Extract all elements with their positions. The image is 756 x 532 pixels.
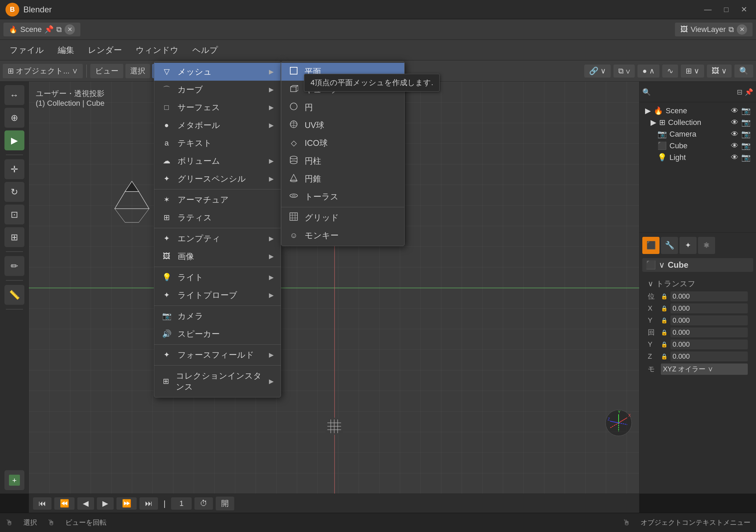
- pos-z-lock[interactable]: 🔒: [661, 317, 668, 324]
- menu-metaball[interactable]: ● メタボール ▶: [154, 116, 281, 134]
- outliner-scene[interactable]: ▶ 🔥 Scene 👁 📷: [642, 105, 753, 117]
- outliner-camera[interactable]: 📷 Camera 👁 📷: [642, 128, 753, 140]
- menu-file[interactable]: ファイル: [3, 43, 50, 58]
- scene-eye-icon[interactable]: 👁: [731, 106, 738, 115]
- open-btn[interactable]: 開: [216, 497, 234, 510]
- menu-text[interactable]: a テキスト: [154, 134, 281, 152]
- overlay-btn[interactable]: [324, 416, 345, 439]
- menu-image[interactable]: 🖼 画像 ▶: [154, 247, 281, 265]
- pos-z-val[interactable]: 0.000: [670, 315, 748, 325]
- menu-render[interactable]: レンダー: [82, 43, 128, 58]
- submenu-uvsphere[interactable]: UV球: [281, 116, 404, 134]
- outliner-collection[interactable]: ▶ ⊞ Collection 👁 📷: [642, 117, 753, 128]
- prop-modifier-btn[interactable]: 🔧: [661, 237, 678, 254]
- step-forward-btn[interactable]: ⏩: [116, 497, 137, 510]
- viewlayer-selector[interactable]: 🖼 ViewLayer ⧉ ✕: [675, 23, 753, 36]
- prop-object-btn[interactable]: ⬛: [642, 237, 659, 254]
- cube-cam-icon[interactable]: 📷: [741, 141, 751, 150]
- toolbar-select[interactable]: 選択: [125, 64, 150, 78]
- menu-armature[interactable]: ✶ アーマチュア: [154, 191, 281, 209]
- menu-lattice[interactable]: ⊞ ラティス: [154, 209, 281, 227]
- outliner-pin[interactable]: 📌: [745, 88, 753, 96]
- submenu-cylinder[interactable]: 円柱: [281, 152, 404, 170]
- prop-physics-btn[interactable]: ⚛: [698, 237, 715, 254]
- axis-gizmo[interactable]: X Y Z: [605, 409, 632, 439]
- toolbar-shading[interactable]: ● ∧: [637, 65, 659, 78]
- scene-cam-icon[interactable]: 📷: [741, 106, 751, 115]
- lt-transform-btn[interactable]: ⊞: [4, 227, 24, 247]
- toolbar-image[interactable]: 🖼 ∨: [707, 65, 732, 78]
- restore-button[interactable]: □: [721, 4, 732, 15]
- menu-mesh[interactable]: ▽ メッシュ ▶: [154, 63, 281, 81]
- mode-selector[interactable]: ⊞ オブジェクト... ∨: [3, 64, 83, 78]
- menu-light-probe[interactable]: ✦ ライトプローブ ▶: [154, 286, 281, 304]
- collection-cam-icon[interactable]: 📷: [741, 118, 751, 127]
- prop-particles-btn[interactable]: ✦: [679, 237, 697, 254]
- lt-add-btn[interactable]: +: [4, 470, 24, 490]
- menu-camera[interactable]: 📷 カメラ: [154, 307, 281, 325]
- lt-rotate-btn[interactable]: ↻: [4, 182, 24, 202]
- cube-eye-icon[interactable]: 👁: [731, 141, 738, 150]
- pos-x-lock[interactable]: 🔒: [661, 293, 668, 300]
- menu-empty[interactable]: ✦ エンプティ ▶: [154, 230, 281, 247]
- lt-move-btn[interactable]: ✛: [4, 159, 24, 179]
- toolbar-wave[interactable]: ∿: [662, 65, 678, 78]
- submenu-torus[interactable]: トーラス: [281, 188, 404, 206]
- menu-edit[interactable]: 編集: [52, 43, 80, 58]
- menu-curve[interactable]: ⌒ カーブ ▶: [154, 81, 281, 99]
- menu-light[interactable]: 💡 ライト ▶: [154, 268, 281, 286]
- toolbar-search[interactable]: 🔍: [734, 65, 753, 78]
- toolbar-view[interactable]: ビュー: [90, 64, 123, 78]
- submenu-monkey[interactable]: ☺ モンキー: [281, 227, 404, 244]
- close-viewlayer-icon[interactable]: ✕: [737, 24, 747, 35]
- toolbar-layout[interactable]: ⊞ ∨: [681, 65, 704, 78]
- submenu-circle[interactable]: 円: [281, 99, 404, 116]
- lt-cursor-btn[interactable]: ⊕: [4, 108, 24, 128]
- menu-surface[interactable]: □ サーフェス ▶: [154, 99, 281, 116]
- light-cam-icon[interactable]: 📷: [741, 153, 751, 162]
- menu-collection[interactable]: ⊞ コレクションインスタンス ▶: [154, 367, 281, 396]
- rot-x-lock[interactable]: 🔒: [661, 329, 668, 336]
- menu-volume[interactable]: ☁ ボリューム ▶: [154, 152, 281, 170]
- outliner-search-icon[interactable]: 🔍: [642, 88, 651, 96]
- pos-y-val[interactable]: 0.000: [670, 303, 748, 313]
- object-name-dropdown[interactable]: ∨: [659, 260, 665, 270]
- outliner-cube[interactable]: ⬛ Cube 👁 📷: [642, 140, 753, 152]
- menu-speaker[interactable]: 🔊 スピーカー: [154, 325, 281, 343]
- lt-annotate-btn[interactable]: ✏: [4, 256, 24, 276]
- rot-y-lock[interactable]: 🔒: [661, 341, 668, 348]
- lt-mode-btn[interactable]: ↔: [4, 85, 24, 105]
- collection-eye-icon[interactable]: 👁: [731, 118, 738, 127]
- reverse-play-btn[interactable]: ◀: [77, 497, 94, 510]
- camera-eye-icon[interactable]: 👁: [731, 130, 738, 139]
- rot-x-val[interactable]: 0.000: [670, 327, 748, 337]
- camera-cam-icon[interactable]: 📷: [741, 130, 751, 139]
- minimize-button[interactable]: —: [701, 4, 715, 15]
- outliner-filter[interactable]: ⊟: [737, 88, 743, 96]
- lt-measure-btn[interactable]: 📏: [4, 285, 24, 305]
- mode-selector-val[interactable]: XYZ オイラー ∨: [661, 363, 748, 375]
- menu-force[interactable]: ✦ フォースフィールド ▶: [154, 346, 281, 364]
- clock-btn[interactable]: ⏱: [194, 497, 213, 510]
- outliner-light[interactable]: 💡 Light 👁 📷: [642, 152, 753, 163]
- submenu-cone[interactable]: 円錐: [281, 170, 404, 188]
- toolbar-arr[interactable]: ⧉ ∨: [613, 65, 635, 78]
- pos-y-lock[interactable]: 🔒: [661, 305, 668, 312]
- lt-scale-btn[interactable]: ⊡: [4, 205, 24, 224]
- scene-selector[interactable]: 🔥 Scene 📌 ⧉ ✕: [3, 23, 80, 36]
- frame-number[interactable]: 1: [171, 497, 192, 510]
- close-scene-icon[interactable]: ✕: [65, 24, 75, 35]
- play-btn[interactable]: ▶: [97, 497, 114, 510]
- pos-x-val[interactable]: 0.000: [670, 291, 748, 301]
- play-forward-btn[interactable]: ⏭: [139, 497, 158, 510]
- rot-y-val[interactable]: 0.000: [670, 339, 748, 349]
- menu-window[interactable]: ウィンドウ: [129, 43, 185, 58]
- menu-help[interactable]: ヘルプ: [186, 43, 224, 58]
- submenu-grid[interactable]: グリッド: [281, 209, 404, 227]
- toolbar-link[interactable]: 🔗 ∨: [584, 65, 611, 78]
- step-backward-btn[interactable]: ⏪: [54, 497, 75, 510]
- rot-z-lock[interactable]: 🔒: [661, 353, 668, 360]
- light-eye-icon[interactable]: 👁: [731, 153, 738, 162]
- submenu-icosphere[interactable]: ◇ ICO球: [281, 134, 404, 152]
- menu-grease[interactable]: ✦ グリースペンシル ▶: [154, 170, 281, 188]
